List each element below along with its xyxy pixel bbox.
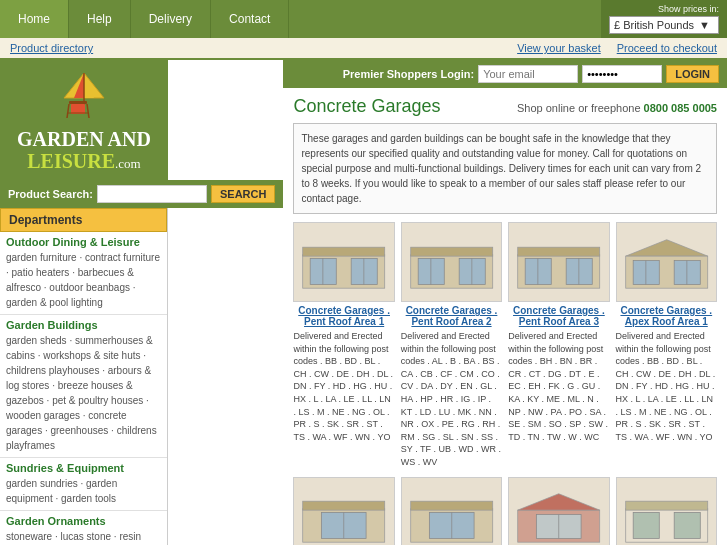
- svg-rect-10: [303, 247, 385, 256]
- product-image-1: [293, 222, 394, 302]
- svg-rect-22: [518, 247, 600, 256]
- left-column: GARDEN AND LEISURE.com Product Search: S…: [0, 60, 283, 545]
- product-image-4: [616, 222, 717, 302]
- product-card-6: Concrete Garages . Pent Roof Area 5: [401, 477, 502, 545]
- sidebar-title-sundries[interactable]: Sundries & Equipment: [6, 462, 161, 474]
- content-description: These garages and garden buildings can b…: [293, 123, 717, 214]
- product-name-2[interactable]: Concrete Garages . Pent Roof Area 2: [401, 305, 502, 327]
- secondary-bar: Product directory View your basket Proce…: [0, 38, 727, 60]
- logo-com: .com: [115, 156, 141, 171]
- products-grid-row2: Concrete Garages . Pent Roof Area 4 Conc…: [293, 477, 717, 545]
- login-button[interactable]: LOGIN: [666, 65, 719, 83]
- sidebar-title-buildings[interactable]: Garden Buildings: [6, 319, 161, 331]
- product-image-3: [508, 222, 609, 302]
- sidebar-title-outdoor[interactable]: Outdoor Dining & Leisure: [6, 236, 161, 248]
- product-name-1[interactable]: Concrete Garages . Pent Roof Area 1: [293, 305, 394, 327]
- nav-home[interactable]: Home: [0, 0, 69, 38]
- product-directory-link[interactable]: Product directory: [10, 42, 93, 54]
- nav-contact[interactable]: Contact: [211, 0, 289, 38]
- login-label: Premier Shoppers Login:: [343, 68, 474, 80]
- show-prices-label: Show prices in:: [658, 5, 719, 14]
- product-card-2: Concrete Garages . Pent Roof Area 2 Deli…: [401, 222, 502, 469]
- content-header: Concrete Garages Shop online or freephon…: [293, 96, 717, 117]
- logo-line1: GARDEN AND: [17, 128, 151, 150]
- top-navigation: Home Help Delivery Contact: [0, 0, 601, 38]
- main-wrapper: GARDEN AND LEISURE.com Product Search: S…: [0, 60, 727, 545]
- search-login-bar: Product Search: SEARCH: [0, 180, 283, 208]
- sidebar-links-sundries: garden sundries · garden equipment · gar…: [6, 476, 161, 506]
- svg-rect-29: [633, 261, 659, 285]
- nav-help[interactable]: Help: [69, 0, 131, 38]
- svg-line-7: [87, 104, 89, 118]
- right-column: Premier Shoppers Login: LOGIN Concrete G…: [283, 60, 727, 545]
- page-title: Concrete Garages: [293, 96, 440, 117]
- product-name-3[interactable]: Concrete Garages . Pent Roof Area 3: [508, 305, 609, 327]
- secondary-links-left: Product directory: [10, 42, 93, 54]
- sidebar-section-sundries: Sundries & Equipment garden sundries · g…: [0, 458, 167, 511]
- svg-rect-46: [625, 502, 707, 511]
- product-image-8: [616, 477, 717, 545]
- garage-svg-6: [407, 481, 496, 545]
- product-card-1: Concrete Garages . Pent Roof Area 1 Deli…: [293, 222, 394, 469]
- svg-rect-4: [69, 101, 87, 104]
- garage-svg-1: [299, 227, 388, 297]
- dept-header: Departments: [0, 208, 167, 232]
- sidebar-section-ornaments: Garden Ornaments stoneware · lucas stone…: [0, 511, 167, 545]
- sidebar-section-outdoor: Outdoor Dining & Leisure garden furnitur…: [0, 232, 167, 315]
- garage-svg-4: [622, 227, 711, 297]
- sidebar-links-buildings: garden sheds · summerhouses & cabins · w…: [6, 333, 161, 453]
- svg-line-6: [67, 104, 69, 118]
- contact-phone: Shop online or freephone 0800 085 0005: [517, 102, 717, 114]
- garage-svg-5: [299, 481, 388, 545]
- product-card-8: Concrete Garages . Apex Roof Area 3: [616, 477, 717, 545]
- phone-text: Shop online or freephone: [517, 102, 641, 114]
- product-image-2: [401, 222, 502, 302]
- product-card-4: Concrete Garages . Apex Roof Area 1 Deli…: [616, 222, 717, 469]
- currency-dropdown[interactable]: £ British Pounds ▼: [609, 16, 719, 34]
- logo-text: GARDEN AND LEISURE.com: [17, 128, 151, 172]
- login-section: Premier Shoppers Login: LOGIN: [343, 65, 719, 83]
- sidebar: Departments Outdoor Dining & Leisure gar…: [0, 208, 168, 545]
- show-prices-area: Show prices in: £ British Pounds ▼: [601, 0, 727, 38]
- garage-svg-7: [514, 481, 603, 545]
- currency-label: £ British Pounds: [614, 19, 694, 31]
- sidebar-section-buildings: Garden Buildings garden sheds · summerho…: [0, 315, 167, 458]
- product-image-7: [508, 477, 609, 545]
- svg-rect-38: [411, 502, 493, 511]
- svg-rect-16: [411, 247, 493, 256]
- garage-svg-8: [622, 481, 711, 545]
- svg-rect-48: [674, 513, 700, 539]
- search-label: Product Search:: [8, 188, 93, 200]
- phone-number: 0800 085 0005: [644, 102, 717, 114]
- garage-svg-2: [407, 227, 496, 297]
- product-desc-1: Delivered and Erected within the followi…: [293, 330, 394, 443]
- sidebar-links-outdoor: garden furniture · contract furniture · …: [6, 250, 161, 310]
- product-card-5: Concrete Garages . Pent Roof Area 4: [293, 477, 394, 545]
- search-input[interactable]: [97, 185, 207, 203]
- view-basket-link[interactable]: View your basket: [517, 42, 601, 54]
- search-section: Product Search: SEARCH: [8, 185, 275, 203]
- sidebar-links-ornaments: stoneware · lucas stone · resin garden s…: [6, 529, 161, 545]
- products-grid-row1: Concrete Garages . Pent Roof Area 1 Deli…: [293, 222, 717, 469]
- product-image-5: [293, 477, 394, 545]
- product-card-3: Concrete Garages . Pent Roof Area 3 Deli…: [508, 222, 609, 469]
- content-area: Concrete Garages Shop online or freephon…: [283, 88, 727, 545]
- login-password-input[interactable]: [582, 65, 662, 83]
- login-email-input[interactable]: [478, 65, 578, 83]
- logo-icon: [59, 68, 109, 123]
- product-desc-2: Delivered and Erected within the followi…: [401, 330, 502, 469]
- proceed-checkout-link[interactable]: Proceed to checkout: [617, 42, 717, 54]
- logo-line2: LEISURE: [27, 150, 115, 172]
- nav-delivery[interactable]: Delivery: [131, 0, 211, 38]
- garage-svg-3: [514, 227, 603, 297]
- search-button[interactable]: SEARCH: [211, 185, 275, 203]
- product-desc-3: Delivered and Erected within the followi…: [508, 330, 609, 443]
- product-name-4[interactable]: Concrete Garages . Apex Roof Area 1: [616, 305, 717, 327]
- svg-rect-47: [633, 513, 659, 539]
- dropdown-arrow-icon: ▼: [699, 19, 710, 31]
- product-card-7: Concrete Garages . Apex Roof Area 2: [508, 477, 609, 545]
- logo-area: GARDEN AND LEISURE.com: [0, 60, 168, 180]
- svg-marker-27: [625, 240, 707, 256]
- sidebar-title-ornaments[interactable]: Garden Ornaments: [6, 515, 161, 527]
- secondary-links-right: View your basket Proceed to checkout: [517, 42, 717, 54]
